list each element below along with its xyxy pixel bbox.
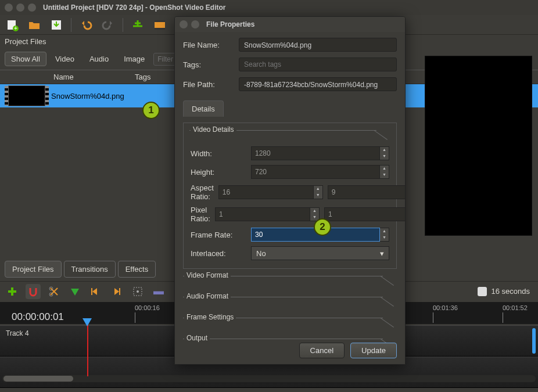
preview-panel[interactable] <box>425 56 532 236</box>
zoom-out-icon[interactable]: ▬ <box>151 284 166 299</box>
profile-icon[interactable] <box>152 17 167 33</box>
separator <box>71 18 71 32</box>
main-titlebar[interactable]: Untitled Project [HDV 720 24p] - OpenSho… <box>0 0 538 15</box>
save-project-icon[interactable] <box>49 17 64 33</box>
razor-icon[interactable] <box>46 284 62 299</box>
playhead-marker-icon[interactable] <box>83 318 92 326</box>
aspect-b-spinner[interactable]: ▲▼ <box>328 185 406 199</box>
frame-settings-section[interactable]: Frame Settings <box>184 313 236 321</box>
dialog-buttons: Cancel Update <box>299 343 397 358</box>
height-spinner[interactable]: ▲▼ <box>251 165 389 179</box>
video-details-title: Video Details <box>191 125 236 134</box>
update-button[interactable]: Update <box>350 343 397 358</box>
annotation-badge-2: 2 <box>314 218 331 236</box>
file-name-field[interactable]: SnowStorm%04d.png <box>239 38 397 52</box>
tab-effects[interactable]: Effects <box>118 261 156 278</box>
window-title: Untitled Project [HDV 720 24p] - OpenSho… <box>43 3 225 12</box>
svg-rect-11 <box>91 288 92 295</box>
h-scrollbar-thumb[interactable] <box>3 376 73 382</box>
snap-icon[interactable] <box>26 284 41 299</box>
aspect-a-spinner[interactable]: ▲▼ <box>218 185 323 199</box>
svg-text:+: + <box>14 25 17 31</box>
filter-video[interactable]: Video <box>49 52 81 66</box>
next-marker-icon[interactable] <box>109 284 124 299</box>
interlaced-combo[interactable]: No▾ <box>251 246 389 260</box>
svg-rect-5 <box>155 20 165 22</box>
svg-rect-6 <box>155 28 165 30</box>
tick: 00:01:36 <box>433 304 458 323</box>
dialog-titlebar[interactable]: File Properties <box>175 17 405 32</box>
audio-format-section[interactable]: Audio Format <box>184 292 231 300</box>
file-name: SnowStorm%04d.png <box>51 92 132 100</box>
file-path-field[interactable]: -8789-f81a67234bcb/SnowStorm%04d.png <box>239 77 397 91</box>
height-label: Height: <box>191 168 246 177</box>
filter-image[interactable]: Image <box>117 52 151 66</box>
filter-audio[interactable]: Audio <box>83 52 115 66</box>
svg-point-14 <box>137 290 139 293</box>
undo-icon[interactable] <box>78 17 94 33</box>
import-files-icon[interactable] <box>130 17 145 33</box>
bottom-tabs: Project Files Transitions Effects <box>0 258 160 280</box>
add-track-icon[interactable] <box>5 284 20 299</box>
window-close-icon[interactable] <box>5 3 13 12</box>
track-scroll-handle[interactable] <box>532 328 536 354</box>
tab-transitions[interactable]: Transitions <box>64 261 116 278</box>
width-label: Width: <box>191 149 246 158</box>
pixel-a-spinner[interactable]: ▲▼ <box>215 207 320 221</box>
tick: 00:00:16 <box>135 304 160 323</box>
tags-label: Tags: <box>183 60 233 69</box>
timeline-timecode[interactable]: 00:00:00:01 <box>12 311 64 323</box>
chevron-down-icon: ▾ <box>380 249 384 258</box>
video-format-section[interactable]: Video Format <box>184 271 231 279</box>
timeline-duration-icon <box>478 287 487 296</box>
filter-show-all[interactable]: Show All <box>5 52 46 66</box>
output-section[interactable]: Output <box>184 334 210 342</box>
dialog-tabs: Details <box>183 100 397 117</box>
width-spinner[interactable]: ▲▼ <box>251 146 389 160</box>
interlaced-label: Interlaced: <box>191 249 246 258</box>
file-properties-dialog: File Properties File Name: SnowStorm%04d… <box>174 16 406 365</box>
playhead-line[interactable] <box>87 322 88 376</box>
file-thumbnail <box>8 85 45 106</box>
svg-rect-12 <box>119 288 120 295</box>
redo-icon[interactable] <box>101 17 116 33</box>
dialog-close-icon[interactable] <box>180 20 188 28</box>
open-project-icon[interactable] <box>27 17 42 33</box>
pixel-b-spinner[interactable]: ▲▼ <box>324 207 406 221</box>
timeline-duration: 16 seconds <box>492 287 530 296</box>
center-playhead-icon[interactable] <box>130 284 145 299</box>
separator <box>123 18 123 32</box>
new-project-icon[interactable]: + <box>5 17 20 33</box>
cancel-button[interactable]: Cancel <box>299 343 345 358</box>
pixel-label: Pixel Ratio: <box>191 206 210 223</box>
video-details-group: Video Details Width: ▲▼ Height: ▲▼ Aspec… <box>183 123 397 269</box>
h-scrollbar[interactable] <box>2 375 536 382</box>
annotation-badge-1: 1 <box>142 102 160 119</box>
window-maximize-icon[interactable] <box>28 3 36 12</box>
window-minimize-icon[interactable] <box>16 3 24 12</box>
tick: 00:01:52 <box>503 304 528 323</box>
fps-label: Frame Rate: <box>191 231 246 239</box>
dialog-title: File Properties <box>206 20 254 28</box>
aspect-label: Aspect Ratio: <box>191 184 214 201</box>
track-label: Track 4 <box>6 329 29 337</box>
file-name-label: File Name: <box>183 41 233 49</box>
col-name[interactable]: Name <box>51 73 132 81</box>
prev-marker-icon[interactable] <box>88 284 103 299</box>
tab-details[interactable]: Details <box>183 100 224 117</box>
tags-field[interactable] <box>239 57 397 71</box>
file-path-label: File Path: <box>183 80 233 89</box>
marker-icon[interactable] <box>67 284 83 299</box>
tab-project-files[interactable]: Project Files <box>5 261 62 278</box>
dialog-minimize-icon[interactable] <box>191 20 199 28</box>
